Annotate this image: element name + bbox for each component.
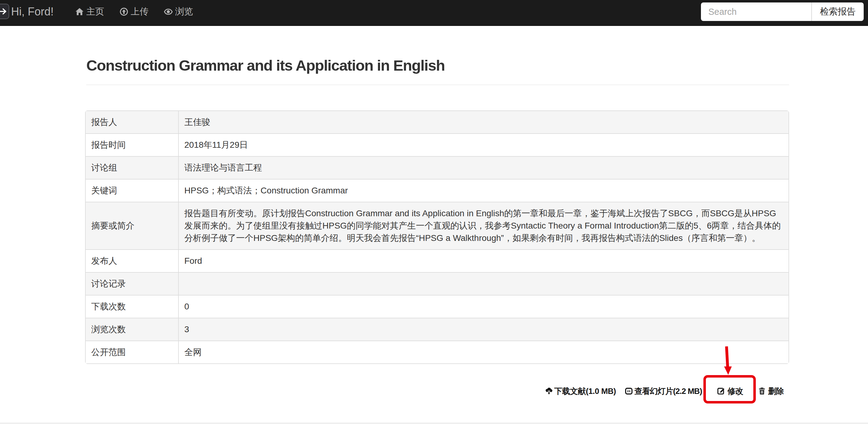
row-value <box>179 273 789 295</box>
row-label: 讨论组 <box>85 156 179 179</box>
nav-item-browse-label: 浏览 <box>175 5 193 18</box>
row-value: 王佳骏 <box>179 111 789 134</box>
row-value: Ford <box>179 250 789 273</box>
row-value: 0 <box>179 295 789 318</box>
table-row: 报告时间2018年11月29日 <box>85 134 789 156</box>
row-label: 讨论记录 <box>85 273 179 295</box>
page-title: Construction Grammar and its Application… <box>86 55 789 76</box>
row-label: 浏览次数 <box>85 318 179 341</box>
row-label: 报告时间 <box>85 134 179 156</box>
nav-item-browse[interactable]: 浏览 <box>164 5 193 18</box>
table-row: 关键词HPSG；构式语法；Construction Grammar <box>85 179 789 202</box>
download-document-label: 下载文献(1.0 MB) <box>554 386 616 397</box>
right-arrow-icon <box>0 7 7 16</box>
nav-item-upload[interactable]: 上传 <box>120 5 149 18</box>
cloud-download-icon <box>545 387 553 396</box>
row-label: 摘要或简介 <box>85 202 179 250</box>
download-document-link[interactable]: 下载文献(1.0 MB) <box>545 385 616 397</box>
edit-icon <box>717 387 725 395</box>
edit-link[interactable]: 修改 <box>717 385 743 397</box>
nav-item-home-label: 主页 <box>86 5 104 18</box>
navbar-menu: 主页 上传 浏览 <box>75 0 208 24</box>
row-value: 语法理论与语言工程 <box>179 156 789 179</box>
table-row: 浏览次数3 <box>85 318 789 341</box>
row-value: HPSG；构式语法；Construction Grammar <box>179 179 789 202</box>
table-row: 讨论记录 <box>85 273 789 295</box>
edit-label: 修改 <box>727 386 743 397</box>
table-row: 报告人王佳骏 <box>85 111 789 134</box>
page-header: Construction Grammar and its Application… <box>86 55 789 85</box>
navbar: Hi, Ford! 主页 上传 浏览 检索报告 <box>0 0 868 26</box>
table-row: 发布人Ford <box>85 250 789 273</box>
slides-icon <box>625 388 632 395</box>
row-value: 全网 <box>179 341 789 364</box>
report-detail-table: 报告人王佳骏报告时间2018年11月29日讨论组语法理论与语言工程关键词HPSG… <box>85 110 789 364</box>
row-value: 3 <box>179 318 789 341</box>
view-slides-label: 查看幻灯片(2.2 MB) <box>634 386 702 397</box>
row-label: 下载次数 <box>85 295 179 318</box>
eye-icon <box>164 7 173 16</box>
view-slides-link[interactable]: 查看幻灯片(2.2 MB) <box>625 385 702 397</box>
row-label: 报告人 <box>85 111 179 134</box>
row-label: 发布人 <box>85 250 179 273</box>
browser-extension-arrow-button[interactable] <box>0 4 9 19</box>
table-row: 下载次数0 <box>85 295 789 318</box>
delete-label: 删除 <box>768 386 784 397</box>
table-row: 公开范围全网 <box>85 341 789 364</box>
search-report-button[interactable]: 检索报告 <box>811 2 864 21</box>
home-icon <box>75 7 84 16</box>
navbar-brand[interactable]: Hi, Ford! <box>11 0 54 24</box>
row-value: 2018年11月29日 <box>179 134 789 156</box>
upload-icon <box>120 7 128 16</box>
search-form: 检索报告 <box>701 2 864 21</box>
delete-link[interactable]: 删除 <box>758 385 784 397</box>
table-row: 讨论组语法理论与语言工程 <box>85 156 789 179</box>
search-input[interactable] <box>701 2 811 21</box>
row-label: 关键词 <box>85 179 179 202</box>
nav-item-home[interactable]: 主页 <box>75 5 104 18</box>
row-value: 报告题目有所变动。原计划报告Construction Grammar and i… <box>179 202 789 250</box>
window-bottom-divider <box>0 423 868 424</box>
row-label: 公开范围 <box>85 341 179 364</box>
nav-item-upload-label: 上传 <box>131 5 149 18</box>
table-row: 摘要或简介报告题目有所变动。原计划报告Construction Grammar … <box>85 202 789 250</box>
trash-icon <box>758 387 766 396</box>
